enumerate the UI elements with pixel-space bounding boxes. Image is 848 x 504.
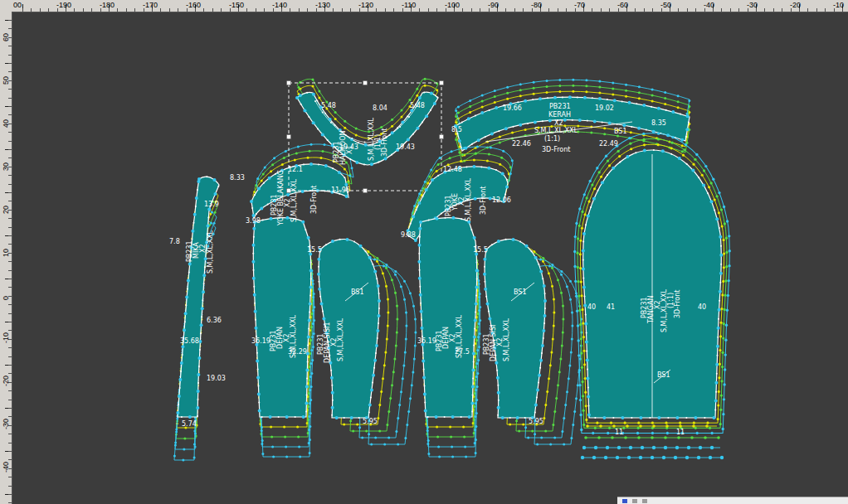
pattern-point[interactable]	[617, 446, 621, 449]
pattern-point[interactable]	[504, 127, 508, 130]
pattern-point[interactable]	[582, 268, 585, 271]
pattern-point[interactable]	[704, 436, 707, 439]
pattern-point[interactable]	[534, 403, 538, 406]
pattern-point[interactable]	[652, 130, 655, 133]
pattern-point[interactable]	[715, 217, 719, 220]
selection-handle[interactable]	[440, 81, 444, 85]
pattern-point[interactable]	[488, 317, 491, 320]
pattern-point[interactable]	[373, 269, 377, 273]
pattern-point[interactable]	[468, 415, 471, 419]
pattern-point[interactable]	[399, 126, 401, 128]
pattern-point[interactable]	[408, 116, 410, 118]
pattern-point[interactable]	[176, 411, 179, 414]
pattern-point[interactable]	[719, 235, 722, 239]
pattern-point[interactable]	[451, 216, 455, 220]
pattern-point[interactable]	[671, 110, 675, 114]
pattern-point[interactable]	[314, 100, 316, 102]
pattern-point[interactable]	[538, 374, 541, 377]
pattern-point[interactable]	[475, 303, 478, 306]
pattern-point[interactable]	[677, 436, 680, 439]
pattern-point[interactable]	[489, 196, 492, 200]
pattern-point[interactable]	[578, 119, 582, 122]
pattern-point[interactable]	[539, 359, 543, 362]
pattern-point[interactable]	[376, 329, 379, 332]
pattern-point[interactable]	[451, 415, 455, 419]
pattern-point[interactable]	[183, 328, 186, 332]
pattern-point[interactable]	[606, 446, 609, 449]
pattern-point[interactable]	[285, 415, 289, 419]
pattern-point[interactable]	[541, 344, 544, 347]
pattern-point[interactable]	[202, 274, 206, 277]
pattern-point[interactable]	[675, 446, 679, 449]
selection-handle[interactable]	[363, 81, 368, 85]
pattern-point[interactable]	[475, 286, 479, 289]
pattern-point[interactable]	[534, 120, 537, 124]
pattern-point[interactable]	[412, 215, 415, 218]
pattern-point[interactable]	[477, 138, 480, 142]
pattern-point[interactable]	[317, 273, 320, 276]
pattern-point[interactable]	[678, 157, 681, 160]
pattern-point[interactable]	[197, 373, 200, 376]
pattern-point[interactable]	[257, 393, 261, 396]
pattern-point[interactable]	[543, 314, 547, 317]
selection-handle[interactable]	[363, 189, 368, 193]
pattern-point[interactable]	[255, 327, 258, 330]
status-icon[interactable]	[642, 499, 647, 503]
pattern-point[interactable]	[627, 456, 631, 459]
pattern-point[interactable]	[563, 119, 567, 122]
pattern-point[interactable]	[295, 96, 299, 99]
pattern-point[interactable]	[497, 391, 500, 395]
pattern-point[interactable]	[608, 122, 612, 125]
pattern-point[interactable]	[378, 314, 381, 317]
pattern-point[interactable]	[597, 436, 601, 439]
pattern-point[interactable]	[198, 340, 202, 343]
pattern-point[interactable]	[181, 345, 184, 348]
pattern-point[interactable]	[202, 290, 205, 293]
pattern-point[interactable]	[587, 395, 590, 398]
pattern-point[interactable]	[639, 456, 642, 459]
pattern-point[interactable]	[583, 304, 587, 308]
pattern-point[interactable]	[436, 217, 439, 220]
pattern-point[interactable]	[714, 381, 718, 385]
pattern-point[interactable]	[373, 359, 377, 362]
pattern-point[interactable]	[675, 416, 679, 419]
pattern-point[interactable]	[250, 200, 253, 203]
pattern-point[interactable]	[680, 138, 684, 142]
pattern-point[interactable]	[699, 446, 702, 449]
pattern-point[interactable]	[286, 193, 290, 196]
pattern-point[interactable]	[542, 329, 545, 332]
pattern-point[interactable]	[193, 213, 197, 216]
pattern-point[interactable]	[568, 95, 572, 99]
pattern-point[interactable]	[474, 197, 477, 201]
pattern-point[interactable]	[475, 269, 479, 273]
pattern-point[interactable]	[424, 410, 427, 413]
pattern-point[interactable]	[639, 424, 642, 428]
pattern-point[interactable]	[470, 401, 474, 405]
pattern-point[interactable]	[430, 92, 433, 95]
pattern-point[interactable]	[490, 133, 494, 136]
pattern-point[interactable]	[687, 446, 690, 449]
pattern-point[interactable]	[594, 446, 597, 449]
pattern-point[interactable]	[712, 416, 715, 419]
pattern-point[interactable]	[582, 446, 586, 449]
pattern-point[interactable]	[417, 127, 420, 130]
pattern-point[interactable]	[536, 389, 539, 392]
pattern-point[interactable]	[301, 220, 305, 224]
pattern-point[interactable]	[420, 310, 423, 313]
pattern-point[interactable]	[391, 131, 394, 134]
pattern-point[interactable]	[534, 256, 538, 259]
pattern-point[interactable]	[351, 138, 353, 139]
pattern-point[interactable]	[685, 128, 689, 131]
pattern-point[interactable]	[305, 401, 308, 405]
pattern-point[interactable]	[201, 307, 204, 310]
pattern-point[interactable]	[592, 197, 596, 201]
pattern-point[interactable]	[375, 344, 378, 347]
pattern-point[interactable]	[252, 227, 256, 230]
pattern-point[interactable]	[629, 446, 632, 449]
pattern-point[interactable]	[674, 456, 677, 459]
pattern-point[interactable]	[425, 188, 428, 191]
pattern-point[interactable]	[213, 178, 217, 182]
pattern-point[interactable]	[581, 456, 584, 459]
pattern-point[interactable]	[364, 143, 368, 147]
pattern-point[interactable]	[626, 155, 629, 158]
